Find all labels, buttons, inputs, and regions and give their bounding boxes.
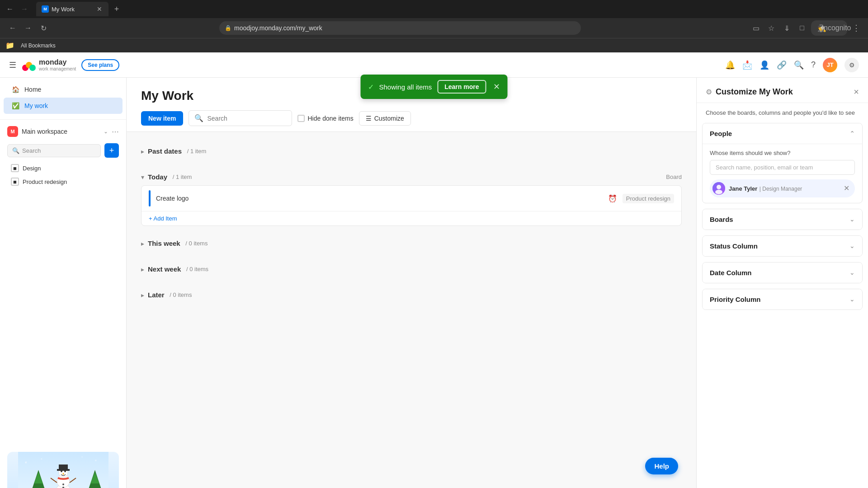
section-later-header[interactable]: ▸ Later / 0 items: [141, 286, 682, 303]
workspace-header[interactable]: M Main workspace ⌄ ⋯: [4, 123, 123, 140]
address-bar[interactable]: 🔒: [219, 21, 581, 35]
banner-close-button[interactable]: ✕: [493, 82, 500, 92]
date-column-header[interactable]: Date Column ⌄: [703, 263, 862, 283]
top-bar-right: 🔔 📩 👤 🔗 🔍 ? JT ⚙: [725, 58, 859, 72]
add-button[interactable]: +: [104, 143, 119, 158]
person-info: Jane Tyler | Design Manager: [729, 184, 802, 192]
board-item-product-redesign[interactable]: ■ Product redesign: [4, 175, 123, 188]
banner-text: Showing all items: [379, 83, 432, 91]
help-button[interactable]: Help: [645, 458, 678, 474]
today-chevron: ▾: [141, 174, 144, 181]
person-remove-button[interactable]: ✕: [844, 184, 849, 192]
download-icon[interactable]: ⇓: [780, 22, 793, 34]
section-next-week: ▸ Next week / 0 items: [141, 261, 682, 277]
incognito-badge[interactable]: 🕵 Incognito: [811, 20, 847, 36]
priority-column-section: Priority Column ⌄: [702, 289, 863, 310]
inbox-icon[interactable]: 📩: [742, 60, 752, 70]
panel-close-button[interactable]: ×: [854, 87, 859, 97]
customize-icon: ☰: [366, 115, 372, 122]
section-today-header[interactable]: ▾ Today / 1 item Board: [141, 169, 682, 185]
tab-back-icon[interactable]: ←: [4, 3, 16, 15]
hamburger-menu[interactable]: ☰: [9, 60, 16, 70]
add-item-row[interactable]: + Add Item: [142, 211, 681, 225]
main-content: My Work New item 🔍 Hide done items ☰ Cus…: [127, 78, 696, 488]
reload-button[interactable]: ↻: [36, 21, 51, 35]
back-button[interactable]: ←: [5, 21, 20, 35]
tab-close-button[interactable]: ✕: [96, 5, 103, 13]
hide-done-checkbox-row[interactable]: Hide done items: [297, 115, 353, 122]
new-item-button[interactable]: New item: [141, 111, 183, 126]
tab-forward-icon[interactable]: →: [18, 3, 31, 15]
priority-column-header[interactable]: Priority Column ⌄: [703, 289, 862, 310]
item-clock-icon: ⏰: [608, 194, 617, 203]
date-column-title: Date Column: [710, 269, 752, 277]
today-title: Today: [148, 173, 167, 181]
sidebar-item-mywork[interactable]: ✅ My work: [4, 98, 123, 114]
customize-button[interactable]: ☰ Customize: [359, 111, 411, 126]
help-icon[interactable]: ?: [811, 60, 816, 70]
sidebar: 🏠 Home ✅ My work M Main workspace ⌄ ⋯ 🔍 …: [0, 78, 127, 488]
incognito-label: Incognito: [830, 22, 843, 34]
new-tab-button[interactable]: +: [110, 3, 123, 15]
past-dates-count: / 1 item: [185, 148, 206, 155]
active-tab[interactable]: M My Work ✕: [36, 2, 108, 16]
priority-column-chevron-icon: ⌄: [849, 296, 855, 303]
people-search-input[interactable]: [710, 160, 855, 175]
sidebar-search-label: Search: [22, 147, 41, 154]
customize-label: Customize: [374, 115, 404, 122]
bell-icon[interactable]: 🔔: [725, 60, 735, 70]
extensions-icon[interactable]: ▭: [750, 22, 762, 34]
person-tag-jane-tyler: Jane Tyler | Design Manager ✕: [710, 179, 855, 197]
section-this-week-header[interactable]: ▸ This week / 0 items: [141, 235, 682, 252]
integrations-icon[interactable]: 🔗: [777, 60, 787, 70]
sidebar-item-home[interactable]: 🏠 Home: [4, 81, 123, 98]
status-column-title: Status Column: [710, 242, 758, 250]
hide-done-label: Hide done items: [307, 115, 353, 122]
tab-bar: ← → M My Work ✕ +: [0, 0, 868, 18]
learn-more-button[interactable]: Learn more: [437, 80, 486, 94]
invite-icon[interactable]: 👤: [760, 60, 769, 70]
date-column-section: Date Column ⌄: [702, 262, 863, 283]
hide-done-checkbox[interactable]: [297, 115, 305, 122]
workspace-more-icon[interactable]: ⋯: [112, 127, 119, 136]
today-items: Create logo ⏰ Product redesign + Add Ite…: [141, 185, 682, 226]
boards-section-title: Boards: [710, 216, 733, 223]
section-next-week-header[interactable]: ▸ Next week / 0 items: [141, 261, 682, 277]
see-plans-button[interactable]: See plans: [81, 59, 119, 71]
status-column-header[interactable]: Status Column ⌄: [703, 236, 862, 256]
forward-button[interactable]: →: [21, 21, 35, 35]
app-top-bar: ☰ monday work management See plans 🔔 📩 👤…: [0, 52, 868, 78]
item-name-create-logo: Create logo: [156, 195, 603, 202]
tab-favicon: M: [42, 5, 49, 13]
profile-icon[interactable]: □: [796, 22, 808, 34]
search-icon[interactable]: 🔍: [794, 60, 804, 70]
section-this-week: ▸ This week / 0 items: [141, 235, 682, 252]
panel-gear-icon: ⚙: [706, 88, 712, 96]
toolbar-right: ▭ ☆ ⇓ □ 🕵 Incognito ⋮: [750, 20, 863, 36]
brand-text: monday work management: [39, 58, 76, 71]
all-bookmarks-item[interactable]: All Bookmarks: [18, 42, 58, 50]
search-box[interactable]: 🔍: [189, 110, 292, 126]
board-item-design[interactable]: ■ Design: [4, 161, 123, 175]
people-section-header[interactable]: People ⌄: [703, 123, 862, 144]
url-input[interactable]: [234, 24, 576, 32]
sidebar-mywork-label: My work: [24, 102, 48, 109]
search-box-icon: 🔍: [194, 114, 203, 122]
boards-section-header[interactable]: Boards ⌄: [703, 209, 862, 230]
workspace-name: Main workspace: [22, 128, 100, 135]
table-row: Create logo ⏰ Product redesign: [142, 186, 681, 211]
menu-icon[interactable]: ⋮: [850, 22, 863, 34]
date-column-chevron-icon: ⌄: [849, 269, 855, 276]
section-past-dates: ▸ Past dates / 1 item: [141, 143, 682, 160]
search-input[interactable]: [207, 115, 286, 122]
snowman-illustration: * * * *: [7, 452, 119, 488]
section-later: ▸ Later / 0 items: [141, 286, 682, 303]
next-week-chevron: ▸: [141, 266, 144, 273]
settings-icon[interactable]: ⚙: [844, 58, 859, 72]
people-search-label: Whose items should we show?: [710, 150, 855, 156]
sidebar-search-bar[interactable]: 🔍 Search: [7, 144, 101, 157]
section-past-dates-header[interactable]: ▸ Past dates / 1 item: [141, 143, 682, 160]
status-column-chevron-icon: ⌄: [849, 242, 855, 249]
bookmark-icon[interactable]: ☆: [765, 22, 778, 34]
user-avatar[interactable]: JT: [823, 58, 837, 72]
